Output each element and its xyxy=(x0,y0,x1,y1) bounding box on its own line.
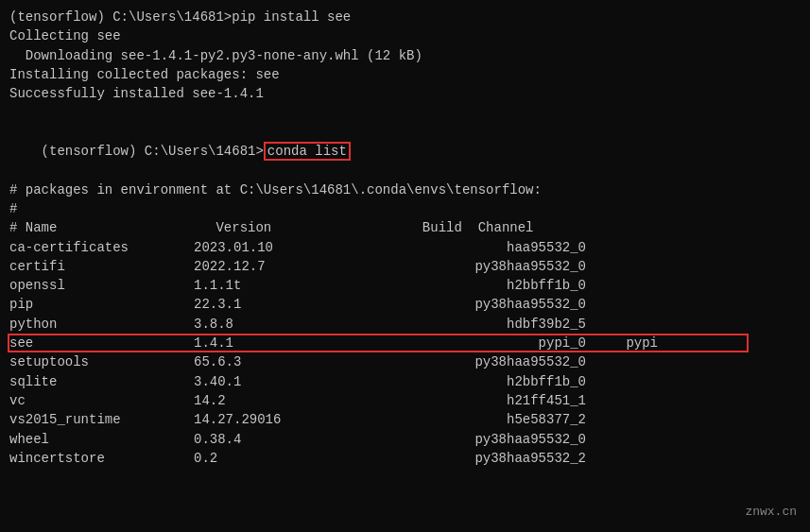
pkg-version: 1.4.1 xyxy=(194,334,378,352)
line-col-headers: # Name Version Build Channel xyxy=(9,218,801,237)
pkg-name: see xyxy=(9,334,194,352)
line-downloading: Downloading see-1.4.1-py2.py3-none-any.w… xyxy=(9,46,801,65)
pkg-name: wheel xyxy=(9,430,194,449)
line-hash: # xyxy=(9,199,801,218)
pkg-version: 3.40.1 xyxy=(194,372,378,391)
line-blank xyxy=(9,103,801,122)
package-row: vs2015_runtime14.27.29016h5e58377_2 xyxy=(9,410,801,429)
pkg-channel xyxy=(586,295,662,314)
pkg-channel xyxy=(586,352,662,371)
pkg-build: h2bbff1b_0 xyxy=(378,372,586,391)
package-table: ca-certificates2023.01.10haa95532_0certi… xyxy=(9,238,801,469)
package-row: wincertstore0.2py38haa95532_2 xyxy=(9,449,801,468)
pkg-name: certifi xyxy=(9,257,194,276)
line-conda-list: (tensorflow) C:\Users\14681>conda list xyxy=(9,123,801,180)
package-row: setuptools65.6.3py38haa95532_0 xyxy=(9,352,801,371)
pkg-name: openssl xyxy=(9,276,194,295)
terminal: (tensorflow) C:\Users\14681>pip install … xyxy=(0,0,810,475)
package-row: python3.8.8hdbf39b2_5 xyxy=(9,315,801,334)
pkg-build: py38haa95532_0 xyxy=(378,257,586,276)
pkg-build: hdbf39b2_5 xyxy=(378,315,586,334)
pkg-channel xyxy=(586,372,662,391)
pkg-version: 22.3.1 xyxy=(194,295,378,314)
conda-list-highlight: conda list xyxy=(264,142,351,161)
pkg-name: sqlite xyxy=(9,372,194,391)
line-success: Successfully installed see-1.4.1 xyxy=(9,84,801,103)
pkg-build: py38haa95532_2 xyxy=(378,449,586,468)
pkg-name: vs2015_runtime xyxy=(9,410,194,429)
package-row: vc14.2h21ff451_1 xyxy=(9,391,801,410)
pkg-channel xyxy=(586,391,662,410)
pkg-version: 1.1.1t xyxy=(194,276,378,295)
pkg-channel xyxy=(586,257,662,276)
pkg-name: wincertstore xyxy=(9,449,194,468)
pkg-build: haa95532_0 xyxy=(378,238,586,257)
pkg-version: 3.8.8 xyxy=(194,315,378,334)
package-row: pip22.3.1py38haa95532_0 xyxy=(9,295,801,314)
pkg-channel xyxy=(586,410,662,429)
pkg-name: setuptools xyxy=(9,352,194,371)
watermark: znwx.cn xyxy=(745,505,797,519)
pkg-build: h5e58377_2 xyxy=(378,410,586,429)
pkg-channel: pypi xyxy=(586,334,662,352)
pkg-build: py38haa95532_0 xyxy=(378,295,586,314)
pkg-name: pip xyxy=(9,295,194,314)
pkg-version: 14.2 xyxy=(194,391,378,410)
line-collecting: Collecting see xyxy=(9,26,801,45)
pkg-build: py38haa95532_0 xyxy=(378,352,586,371)
pkg-channel xyxy=(586,276,662,295)
pkg-version: 2023.01.10 xyxy=(194,238,378,257)
pkg-version: 65.6.3 xyxy=(194,352,378,371)
package-row: wheel0.38.4py38haa95532_0 xyxy=(9,430,801,449)
pkg-name: python xyxy=(9,315,194,334)
pkg-name: vc xyxy=(9,391,194,410)
package-row: sqlite3.40.1h2bbff1b_0 xyxy=(9,372,801,391)
pkg-name: ca-certificates xyxy=(9,238,194,257)
line-pip-install: (tensorflow) C:\Users\14681>pip install … xyxy=(9,8,801,26)
line-packages-header: # packages in environment at C:\Users\14… xyxy=(9,180,801,199)
pkg-channel xyxy=(586,449,662,468)
pkg-version: 2022.12.7 xyxy=(194,257,378,276)
pkg-build: pypi_0 xyxy=(378,334,586,352)
prompt-prefix: (tensorflow) C:\Users\14681> xyxy=(42,144,264,159)
pkg-build: h2bbff1b_0 xyxy=(378,276,586,295)
pkg-build: h21ff451_1 xyxy=(378,391,586,410)
pkg-channel xyxy=(586,315,662,334)
package-row: see1.4.1pypi_0pypi xyxy=(9,334,801,352)
pkg-build: py38haa95532_0 xyxy=(378,430,586,449)
package-row: ca-certificates2023.01.10haa95532_0 xyxy=(9,238,801,257)
pkg-version: 0.2 xyxy=(194,449,378,468)
pkg-version: 14.27.29016 xyxy=(194,410,378,429)
pkg-channel xyxy=(586,238,662,257)
pkg-channel xyxy=(586,430,662,449)
package-row: certifi2022.12.7py38haa95532_0 xyxy=(9,257,801,276)
line-installing: Installing collected packages: see xyxy=(9,65,801,84)
pkg-version: 0.38.4 xyxy=(194,430,378,449)
package-row: openssl1.1.1th2bbff1b_0 xyxy=(9,276,801,295)
